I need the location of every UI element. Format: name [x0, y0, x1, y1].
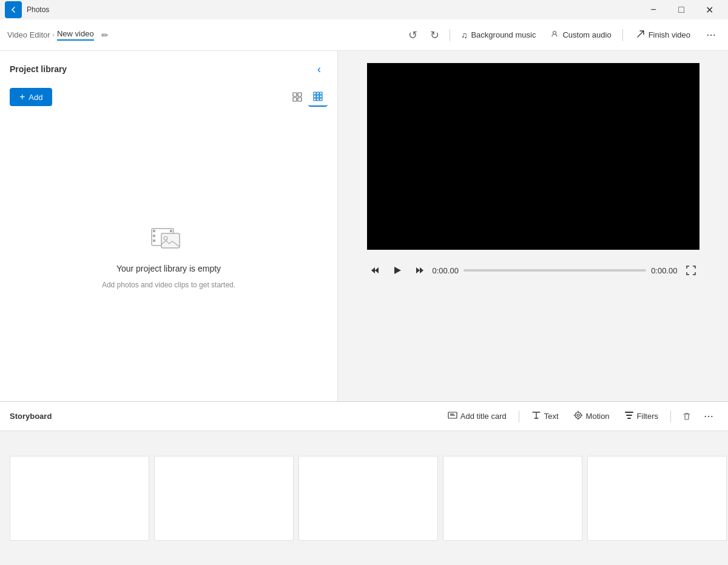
storyboard-slot-1[interactable]	[10, 456, 149, 541]
play-button[interactable]	[389, 262, 406, 279]
window-controls: − □ ✕	[639, 0, 723, 19]
svg-rect-11	[314, 98, 316, 101]
svg-point-26	[575, 412, 581, 418]
breadcrumb-separator: ›	[53, 32, 55, 38]
edit-title-icon[interactable]: ✏	[101, 30, 109, 40]
empty-icon	[150, 224, 187, 256]
svg-rect-15	[153, 230, 155, 232]
fast-forward-button[interactable]	[411, 262, 428, 279]
close-button[interactable]: ✕	[695, 0, 723, 19]
main-toolbar: Video Editor › New video ✏ ↺ ↻ ♫ Backgro…	[0, 19, 728, 51]
app-title: Photos	[27, 5, 639, 14]
svg-rect-6	[317, 92, 319, 95]
project-library-panel: Project library ‹ + Add	[0, 51, 338, 401]
storyboard-slot-4[interactable]	[443, 456, 582, 541]
svg-rect-7	[320, 92, 322, 95]
background-music-label: Background music	[471, 30, 536, 39]
grid-large-view-button[interactable]	[288, 87, 307, 107]
back-button[interactable]	[5, 1, 22, 18]
storyboard-slot-2[interactable]	[154, 456, 294, 541]
storyboard-actions: Add title card Text	[442, 407, 718, 426]
svg-rect-5	[314, 92, 316, 95]
toolbar-actions: ↺ ↻ ♫ Background music Custom audio Fini	[403, 25, 721, 45]
minimize-button[interactable]: −	[639, 0, 667, 19]
storyboard-delete-button[interactable]	[677, 407, 696, 426]
add-plus-icon: +	[19, 92, 25, 102]
progress-track[interactable]	[463, 269, 646, 272]
svg-rect-10	[320, 95, 322, 98]
svg-rect-13	[320, 98, 322, 101]
main-content: Project library ‹ + Add	[0, 51, 728, 401]
motion-icon	[573, 410, 583, 422]
storyboard-divider-2	[670, 410, 671, 423]
video-controls: 0:00.00 0:00.00	[367, 262, 699, 279]
breadcrumb-parent[interactable]: Video Editor	[7, 30, 50, 39]
storyboard-toolbar: Storyboard Add title card	[0, 402, 728, 431]
time-current: 0:00.00	[433, 266, 459, 275]
storyboard-slot-3[interactable]	[298, 456, 438, 541]
toolbar-divider-1	[450, 29, 450, 41]
custom-audio-label: Custom audio	[562, 30, 611, 39]
storyboard-more-button[interactable]: ⋯	[699, 407, 718, 426]
svg-rect-17	[153, 239, 155, 242]
svg-rect-3	[293, 98, 297, 101]
grid-small-view-button[interactable]	[308, 87, 328, 107]
filters-icon	[624, 410, 634, 422]
library-header: Project library ‹	[0, 51, 337, 82]
svg-rect-29	[626, 415, 632, 416]
empty-title: Your project library is empty	[116, 264, 221, 273]
custom-audio-icon	[550, 30, 559, 40]
storyboard-panel: Storyboard Add title card	[0, 401, 728, 565]
maximize-button[interactable]: □	[667, 0, 695, 19]
redo-button[interactable]: ↻	[425, 25, 445, 45]
add-label: Add	[29, 93, 42, 102]
motion-button[interactable]: Motion	[567, 407, 616, 425]
time-total: 0:00.00	[651, 266, 677, 275]
text-icon	[531, 410, 541, 422]
music-icon: ♫	[461, 30, 468, 40]
add-title-card-label: Add title card	[460, 412, 507, 421]
svg-point-27	[577, 414, 579, 416]
svg-rect-4	[298, 98, 302, 101]
finish-video-label: Finish video	[649, 30, 690, 39]
svg-rect-21	[161, 233, 180, 248]
storyboard-divider-1	[519, 410, 519, 423]
collapse-icon: ‹	[317, 63, 321, 76]
empty-subtitle: Add photos and video clips to get starte…	[102, 281, 235, 289]
finish-video-button[interactable]: Finish video	[628, 26, 699, 44]
storyboard-content	[0, 431, 728, 565]
custom-audio-button[interactable]: Custom audio	[544, 26, 617, 44]
svg-rect-18	[170, 230, 172, 232]
preview-panel: 0:00.00 0:00.00	[338, 51, 728, 401]
library-title: Project library	[10, 64, 311, 74]
view-toggles	[288, 87, 328, 107]
svg-rect-9	[317, 95, 319, 98]
storyboard-slot-5[interactable]	[587, 456, 727, 541]
text-label: Text	[544, 412, 559, 421]
fullscreen-button[interactable]	[682, 262, 699, 279]
more-options-button[interactable]: ⋯	[701, 25, 721, 45]
add-title-card-button[interactable]: Add title card	[442, 407, 513, 425]
breadcrumb-current: New video	[57, 29, 94, 41]
svg-point-0	[553, 32, 556, 35]
motion-label: Motion	[586, 412, 610, 421]
storyboard-title: Storyboard	[10, 412, 52, 421]
text-button[interactable]: Text	[525, 407, 565, 425]
finish-icon	[636, 30, 645, 40]
library-collapse-button[interactable]: ‹	[311, 61, 328, 78]
svg-rect-28	[625, 412, 633, 413]
library-empty-state: Your project library is empty Add photos…	[0, 112, 337, 401]
svg-rect-16	[153, 235, 155, 237]
add-button[interactable]: + Add	[10, 88, 52, 106]
undo-button[interactable]: ↺	[403, 25, 423, 45]
background-music-button[interactable]: ♫ Background music	[455, 27, 542, 44]
breadcrumb: Video Editor › New video	[7, 29, 94, 41]
filters-label: Filters	[637, 412, 658, 421]
toolbar-divider-2	[622, 29, 623, 41]
svg-rect-12	[317, 98, 319, 101]
svg-rect-30	[627, 418, 631, 419]
rewind-button[interactable]	[367, 262, 384, 279]
svg-rect-1	[293, 93, 297, 96]
filters-button[interactable]: Filters	[618, 407, 664, 425]
breadcrumb-area: Video Editor › New video ✏	[7, 29, 109, 41]
